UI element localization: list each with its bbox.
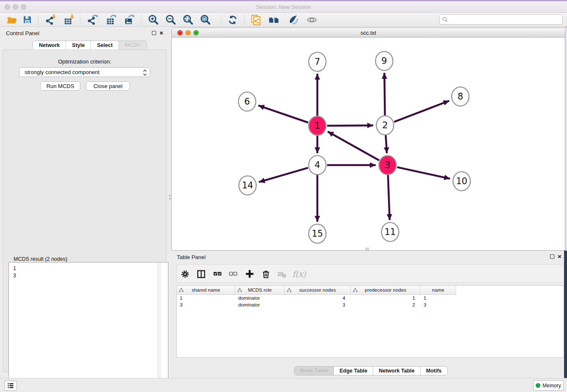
criterion-dropdown-value: strongly connected component <box>25 69 99 75</box>
home-icon <box>268 14 281 26</box>
control-panel-tabs: NetworkStyleSelectMCDS <box>33 41 147 50</box>
control-tab-select[interactable]: Select <box>91 41 119 50</box>
network-node-2[interactable]: 2 <box>377 116 394 135</box>
network-edge-4-14[interactable] <box>259 168 308 182</box>
network-window-titlebar[interactable]: x − + scc.txt <box>172 28 565 38</box>
network-edge-3-10[interactable] <box>397 167 450 179</box>
refresh-button[interactable] <box>226 14 240 26</box>
home-first-neighbors-button[interactable] <box>267 14 281 26</box>
network-node-3[interactable]: 3 <box>379 156 396 175</box>
close-panel-button[interactable]: Close panel <box>86 81 130 91</box>
table-tab-motifs[interactable]: Motifs <box>421 367 447 375</box>
open-session-button[interactable] <box>5 14 19 26</box>
svg-text:7: 7 <box>314 57 320 67</box>
table-cell-successor-nodes[interactable]: 3 <box>285 301 351 308</box>
eye-button[interactable] <box>305 14 319 26</box>
search-field[interactable] <box>439 14 563 25</box>
column-header-predecessor-nodes[interactable]: predecessor nodes <box>351 286 421 295</box>
control-tab-network[interactable]: Network <box>33 41 66 50</box>
search-input[interactable] <box>450 17 562 22</box>
save-icon <box>22 14 33 25</box>
network-edge-1-2[interactable] <box>327 125 373 126</box>
table-cell-predecessor-nodes[interactable]: 2 <box>351 301 421 308</box>
run-mcds-button[interactable]: Run MCDS <box>40 81 80 91</box>
show-columns-button[interactable] <box>195 268 207 280</box>
column-header-name[interactable]: name <box>421 286 456 295</box>
table-row[interactable]: 3dominator323 <box>177 301 564 308</box>
create-column-button[interactable] <box>243 268 256 280</box>
import-network-button[interactable] <box>44 14 58 26</box>
network-node-15[interactable]: 15 <box>309 224 326 243</box>
network-node-10[interactable]: 10 <box>453 172 471 191</box>
network-canvas[interactable]: 1234678910111415 <box>172 38 565 250</box>
table-settings-button[interactable] <box>179 268 191 280</box>
network-node-6[interactable]: 6 <box>239 92 256 111</box>
result-scrollbar[interactable] <box>157 263 161 392</box>
network-resize-grip[interactable] <box>366 248 369 250</box>
task-history-button[interactable] <box>4 381 17 391</box>
network-edge-1-6[interactable] <box>259 105 308 122</box>
control-panel-close-icon[interactable]: × <box>160 30 163 36</box>
zoom-selected-button[interactable] <box>198 14 212 26</box>
export-table-button[interactable] <box>104 14 118 26</box>
network-from-document-button[interactable] <box>249 14 263 26</box>
table-tab-edge-table[interactable]: Edge Table <box>334 367 373 375</box>
table-cell-shared-name[interactable]: 1 <box>177 295 235 301</box>
export-image-button[interactable] <box>122 14 137 26</box>
mcds-panel: Optimization criterion: strongly connect… <box>3 50 166 372</box>
toolbar-separator <box>221 14 221 25</box>
network-node-9[interactable]: 9 <box>376 52 393 71</box>
network-edge-2-8[interactable] <box>394 101 449 122</box>
save-session-button[interactable] <box>20 14 34 26</box>
mcds-result-title: MCDS result (2 nodes) <box>12 256 69 262</box>
network-edge-3-1[interactable] <box>328 132 379 160</box>
table-cell-shared-name[interactable]: 3 <box>177 301 235 308</box>
network-edge-2-9[interactable] <box>384 73 385 116</box>
network-node-8[interactable]: 8 <box>452 87 469 106</box>
table-cell-mcds-role[interactable]: dominator <box>235 301 285 308</box>
network-edge-3-11[interactable] <box>388 175 390 220</box>
network-node-4[interactable]: 4 <box>309 156 326 175</box>
column-header-successor-nodes[interactable]: successor nodes <box>285 286 351 295</box>
table-cell-predecessor-nodes[interactable]: 1 <box>351 295 421 301</box>
network-node-11[interactable]: 11 <box>382 223 399 242</box>
network-view-window: x − + scc.txt 1234678910111415 <box>171 28 565 251</box>
control-panel-float-icon[interactable] <box>152 31 156 35</box>
panel-splitter-handle[interactable] <box>169 195 171 201</box>
table-tab-network-table[interactable]: Network Table <box>373 367 421 375</box>
column-header-shared-name[interactable]: shared name <box>177 286 235 295</box>
network-node-1[interactable]: 1 <box>309 116 326 135</box>
zoom-out-button[interactable] <box>163 14 178 26</box>
export-network-button[interactable] <box>86 14 100 26</box>
criterion-dropdown[interactable]: strongly connected component <box>19 67 150 77</box>
window-right-edge <box>565 28 567 251</box>
network-node-7[interactable]: 7 <box>309 52 326 72</box>
table-tab-node-table[interactable]: Node Table <box>295 367 334 375</box>
table-cell-mcds-role[interactable]: dominator <box>235 295 285 301</box>
memory-button[interactable]: Memory <box>533 380 564 391</box>
table-panel-close-icon[interactable]: × <box>558 254 561 259</box>
columns-icon <box>197 270 206 279</box>
delete-column-button[interactable] <box>259 268 272 280</box>
column-header-mcds-role[interactable]: MCDS role <box>235 286 285 295</box>
table-panel-float-icon[interactable] <box>550 254 554 259</box>
deselect-all-columns-button[interactable] <box>227 268 239 280</box>
control-tab-style[interactable]: Style <box>66 41 91 50</box>
svg-text:9: 9 <box>381 56 387 66</box>
delete-table-icon <box>277 269 287 279</box>
table-cell-name[interactable]: 3 <box>421 301 456 308</box>
table-row[interactable]: 1dominator411 <box>177 295 564 301</box>
network-node-14[interactable]: 14 <box>239 176 256 195</box>
table-cell-successor-nodes[interactable]: 4 <box>285 295 351 301</box>
table-cell-name[interactable]: 1 <box>421 295 456 301</box>
zoom-fit-button[interactable] <box>181 14 195 26</box>
select-all-columns-button[interactable] <box>211 268 224 280</box>
control-tab-mcds[interactable]: MCDS <box>119 41 146 50</box>
mcds-result-box[interactable]: 13 <box>8 262 168 392</box>
network-edge-2-3[interactable] <box>386 135 387 153</box>
zoom-in-button[interactable] <box>146 14 160 26</box>
svg-text:4: 4 <box>314 160 320 170</box>
memory-button-label: Memory <box>542 383 561 389</box>
import-table-button[interactable] <box>62 14 76 26</box>
show-graphics-details-button[interactable] <box>286 14 300 26</box>
